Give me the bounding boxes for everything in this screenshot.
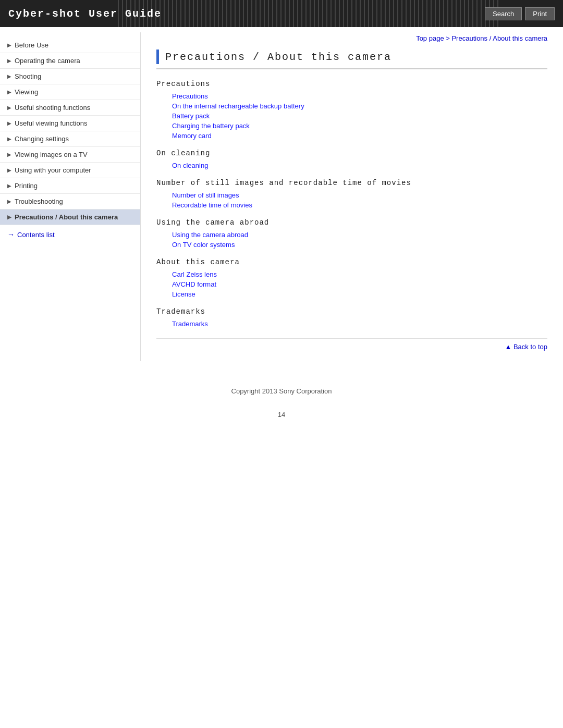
arrow-icon: ▶: [7, 136, 11, 142]
link-on-cleaning[interactable]: On cleaning: [172, 162, 547, 169]
section-title-about: About this camera: [156, 258, 547, 266]
sidebar-item-useful-viewing[interactable]: ▶ Useful viewing functions: [0, 116, 140, 131]
arrow-icon: ▶: [7, 58, 11, 64]
sidebar-label: Before Use: [15, 41, 48, 49]
arrow-icon: ▶: [7, 199, 11, 204]
section-title-trademarks: Trademarks: [156, 307, 547, 316]
header-buttons: Search Print: [485, 7, 555, 20]
link-using-abroad[interactable]: Using the camera abroad: [172, 231, 547, 239]
link-tv-color[interactable]: On TV color systems: [172, 241, 547, 249]
link-battery-backup[interactable]: On the internal rechargeable backup batt…: [172, 102, 547, 110]
sidebar-label: Precautions / About this camera: [15, 213, 118, 221]
link-trademarks[interactable]: Trademarks: [172, 320, 547, 328]
sidebar-item-before-use[interactable]: ▶ Before Use: [0, 38, 140, 53]
link-avchd[interactable]: AVCHD format: [172, 280, 547, 288]
sidebar-item-viewing-tv[interactable]: ▶ Viewing images on a TV: [0, 147, 140, 163]
sidebar-item-shooting[interactable]: ▶ Shooting: [0, 69, 140, 84]
sidebar-label: Printing: [15, 182, 38, 190]
sidebar-label: Operating the camera: [15, 57, 80, 65]
arrow-icon: ▶: [7, 152, 11, 157]
section-title-still-images: Number of still images and recordable ti…: [156, 179, 547, 187]
sidebar-item-precautions[interactable]: ▶ Precautions / About this camera: [0, 209, 140, 225]
section-links-abroad: Using the camera abroad On TV color syst…: [156, 231, 547, 249]
section-about-camera: About this camera Carl Zeiss lens AVCHD …: [156, 258, 547, 298]
arrow-icon: ▶: [7, 42, 11, 48]
header-stripe-decoration: [115, 0, 500, 27]
arrow-icon: ▶: [7, 183, 11, 189]
search-button[interactable]: Search: [485, 7, 522, 20]
section-cleaning: On cleaning On cleaning: [156, 149, 547, 169]
sidebar: ▶ Before Use ▶ Operating the camera ▶ Sh…: [0, 32, 141, 361]
sidebar-label: Useful shooting functions: [15, 104, 90, 112]
section-abroad: Using the camera abroad Using the camera…: [156, 218, 547, 249]
page-heading: Precautions / About this camera: [156, 50, 547, 69]
section-links-cleaning: On cleaning: [156, 162, 547, 169]
section-links-trademarks: Trademarks: [156, 320, 547, 328]
footer: Copyright 2013 Sony Corporation: [0, 382, 563, 400]
print-button[interactable]: Print: [525, 7, 555, 20]
back-to-top: ▲ Back to top: [156, 338, 547, 351]
contents-list-label: Contents list: [17, 231, 55, 239]
section-trademarks: Trademarks Trademarks: [156, 307, 547, 328]
link-memory-card[interactable]: Memory card: [172, 132, 547, 140]
sidebar-item-useful-shooting[interactable]: ▶ Useful shooting functions: [0, 100, 140, 116]
link-precautions[interactable]: Precautions: [172, 92, 547, 100]
header: Cyber-shot User Guide Search Print: [0, 0, 563, 27]
back-to-top-link[interactable]: ▲ Back to top: [505, 343, 547, 351]
sidebar-item-changing-settings[interactable]: ▶ Changing settings: [0, 131, 140, 147]
breadcrumb-current: Precautions / About this camera: [451, 34, 547, 42]
arrow-icon: ▶: [7, 120, 11, 126]
arrow-right-icon: →: [7, 230, 15, 239]
breadcrumb: Top page > Precautions / About this came…: [156, 32, 547, 42]
arrow-icon: ▶: [7, 214, 11, 220]
sidebar-item-troubleshooting[interactable]: ▶ Troubleshooting: [0, 194, 140, 209]
sidebar-label: Viewing images on a TV: [15, 151, 88, 158]
sidebar-item-computer[interactable]: ▶ Using with your computer: [0, 163, 140, 178]
section-still-images: Number of still images and recordable ti…: [156, 179, 547, 209]
sidebar-label: Viewing: [15, 88, 38, 96]
link-charging[interactable]: Charging the battery pack: [172, 122, 547, 130]
heading-bar-decoration: [156, 50, 159, 64]
section-links-about: Carl Zeiss lens AVCHD format License: [156, 270, 547, 298]
section-title-cleaning: On cleaning: [156, 149, 547, 157]
arrow-icon: ▶: [7, 89, 11, 95]
section-title-abroad: Using the camera abroad: [156, 218, 547, 227]
link-license[interactable]: License: [172, 290, 547, 298]
sidebar-label: Changing settings: [15, 135, 69, 143]
section-links-still-images: Number of still images Recordable time o…: [156, 191, 547, 209]
link-recordable-time[interactable]: Recordable time of movies: [172, 201, 547, 209]
sidebar-label: Useful viewing functions: [15, 119, 87, 127]
section-title-precautions: Precautions: [156, 80, 547, 88]
sidebar-label: Troubleshooting: [15, 198, 63, 205]
contents-list-link[interactable]: → Contents list: [0, 225, 140, 244]
section-precautions: Precautions Precautions On the internal …: [156, 80, 547, 140]
main-content: Top page > Precautions / About this came…: [141, 32, 563, 361]
arrow-icon: ▶: [7, 73, 11, 79]
link-carl-zeiss[interactable]: Carl Zeiss lens: [172, 270, 547, 278]
sidebar-item-viewing[interactable]: ▶ Viewing: [0, 84, 140, 100]
arrow-icon: ▶: [7, 105, 11, 110]
arrow-icon: ▶: [7, 167, 11, 173]
sidebar-item-operating[interactable]: ▶ Operating the camera: [0, 53, 140, 69]
page-body: ▶ Before Use ▶ Operating the camera ▶ Sh…: [0, 27, 563, 366]
sidebar-label: Using with your computer: [15, 166, 91, 174]
sidebar-label: Shooting: [15, 72, 41, 80]
page-number: 14: [0, 411, 563, 418]
link-battery-pack[interactable]: Battery pack: [172, 112, 547, 120]
page-title: Precautions / About this camera: [165, 51, 391, 63]
sidebar-item-printing[interactable]: ▶ Printing: [0, 178, 140, 194]
breadcrumb-top-link[interactable]: Top page: [416, 34, 444, 42]
section-links-precautions: Precautions On the internal rechargeable…: [156, 92, 547, 140]
copyright-text: Copyright 2013 Sony Corporation: [231, 387, 332, 395]
link-number-still[interactable]: Number of still images: [172, 191, 547, 199]
breadcrumb-separator: >: [444, 34, 452, 42]
